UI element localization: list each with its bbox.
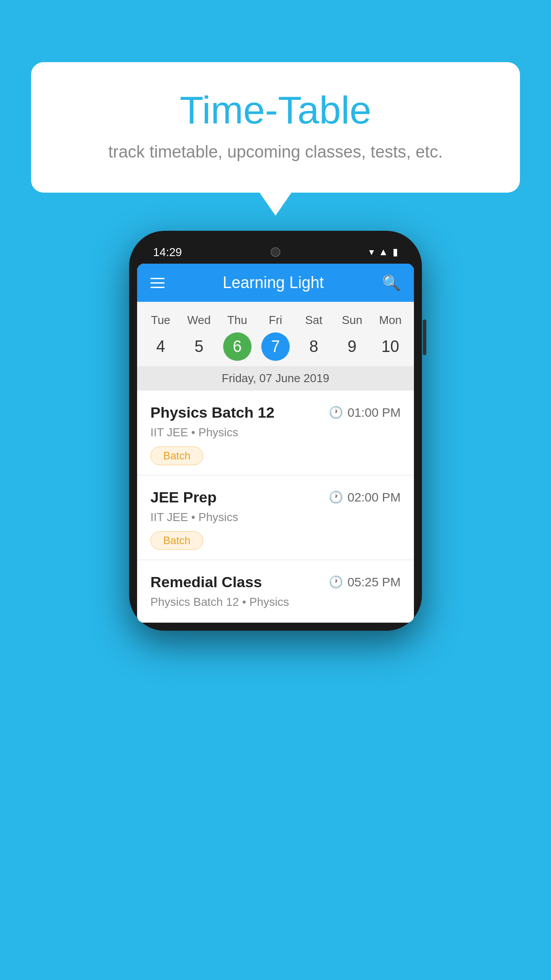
day-name-mon: Mon: [371, 310, 409, 331]
day-name-tue: Tue: [142, 310, 180, 331]
day-name-thu: Thu: [218, 310, 256, 331]
hamburger-menu-button[interactable]: [150, 278, 165, 288]
wifi-icon: ▾: [369, 246, 374, 258]
calendar-header: Tue Wed Thu Fri Sat Sun Mon 4 5 6 7 8 9 …: [137, 302, 414, 391]
signal-icon: ▲: [378, 246, 388, 258]
schedule-list: Physics Batch 12 🕐 01:00 PM IIT JEE • Ph…: [137, 391, 414, 623]
app-bar: Learning Light 🔍: [137, 264, 414, 302]
clock-icon-2: 🕐: [329, 490, 343, 504]
schedule-item-1[interactable]: Physics Batch 12 🕐 01:00 PM IIT JEE • Ph…: [137, 391, 414, 475]
schedule-item-3-time: 🕐 05:25 PM: [329, 575, 401, 589]
day-10[interactable]: 10: [371, 333, 409, 360]
day-7-selected[interactable]: 7: [261, 332, 290, 361]
status-time: 14:29: [153, 245, 182, 259]
day-5[interactable]: 5: [180, 333, 218, 360]
speech-bubble: Time-Table track timetable, upcoming cla…: [31, 62, 520, 193]
day-name-wed: Wed: [180, 310, 218, 331]
phone-mockup: 14:29 ▾ ▲ ▮ Learning Light 🔍: [129, 231, 422, 631]
schedule-item-2-time: 🕐 02:00 PM: [329, 490, 401, 505]
day-name-fri: Fri: [256, 310, 295, 331]
schedule-item-2-subtitle: IIT JEE • Physics: [150, 510, 401, 524]
bubble-title: Time-Table: [67, 89, 484, 132]
schedule-item-1-tag: Batch: [150, 447, 203, 465]
schedule-item-3-header: Remedial Class 🕐 05:25 PM: [150, 573, 401, 591]
selected-date-label: Friday, 07 June 2019: [137, 366, 414, 391]
app-title: Learning Light: [223, 273, 324, 292]
phone-side-button: [423, 320, 426, 355]
schedule-item-1-header: Physics Batch 12 🕐 01:00 PM: [150, 404, 401, 421]
speech-bubble-section: Time-Table track timetable, upcoming cla…: [31, 62, 520, 193]
schedule-item-3-title: Remedial Class: [150, 573, 262, 591]
schedule-item-2-header: JEE Prep 🕐 02:00 PM: [150, 489, 401, 506]
battery-icon: ▮: [393, 246, 398, 258]
day-numbers-row: 4 5 6 7 8 9 10: [137, 331, 414, 366]
day-8[interactable]: 8: [295, 333, 333, 360]
schedule-item-1-title: Physics Batch 12: [150, 404, 275, 421]
schedule-item-1-subtitle: IIT JEE • Physics: [150, 426, 401, 439]
status-bar: 14:29 ▾ ▲ ▮: [137, 239, 414, 265]
camera: [271, 247, 280, 257]
schedule-item-3[interactable]: Remedial Class 🕐 05:25 PM Physics Batch …: [137, 560, 414, 623]
schedule-item-2[interactable]: JEE Prep 🕐 02:00 PM IIT JEE • Physics Ba…: [137, 475, 414, 560]
day-4[interactable]: 4: [142, 333, 180, 360]
bubble-subtitle: track timetable, upcoming classes, tests…: [67, 142, 484, 162]
day-names-row: Tue Wed Thu Fri Sat Sun Mon: [137, 310, 414, 331]
clock-icon-1: 🕐: [329, 406, 343, 419]
day-9[interactable]: 9: [333, 333, 371, 360]
day-name-sun: Sun: [333, 310, 371, 331]
day-6-today[interactable]: 6: [223, 332, 252, 361]
search-icon[interactable]: 🔍: [382, 274, 401, 292]
schedule-item-1-time: 🕐 01:00 PM: [329, 406, 401, 420]
clock-icon-3: 🕐: [329, 575, 343, 589]
schedule-item-2-title: JEE Prep: [150, 489, 216, 506]
schedule-item-3-subtitle: Physics Batch 12 • Physics: [150, 595, 401, 609]
phone-screen: Learning Light 🔍 Tue Wed Thu Fri Sat Sun…: [137, 264, 414, 623]
schedule-item-2-tag: Batch: [150, 531, 203, 550]
day-name-sat: Sat: [295, 310, 333, 331]
status-icons: ▾ ▲ ▮: [369, 246, 398, 258]
phone-notch: [249, 243, 302, 261]
